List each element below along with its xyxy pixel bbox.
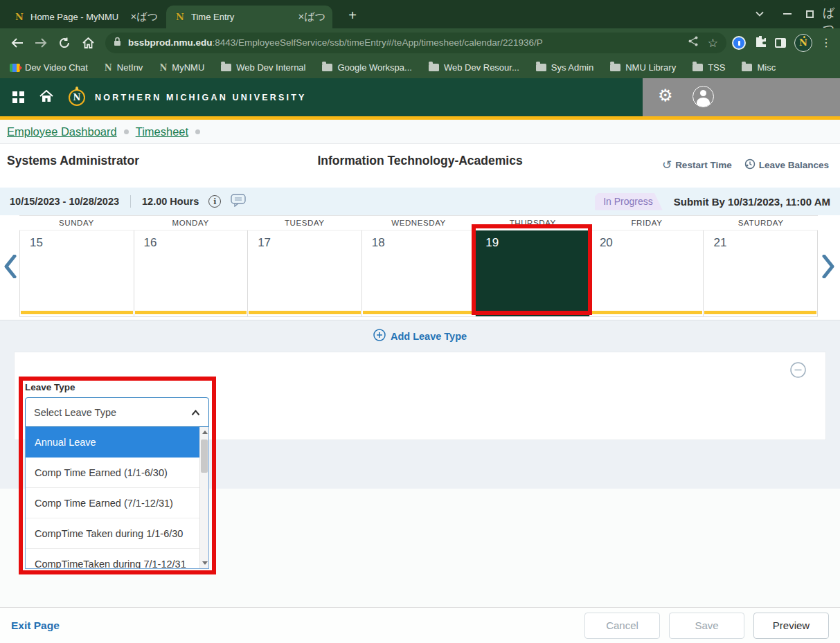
url-host: bssbprod.nmu.edu [128, 37, 213, 48]
browser-tab-bar: N Home Page - MyNMU ×ばつ N Time Entry ×ばつ… [0, 0, 840, 28]
restart-time-button[interactable]: ↺ Restart Time [662, 158, 732, 172]
extensions-puzzle-icon[interactable] [754, 35, 767, 51]
reload-icon[interactable] [53, 33, 76, 53]
nmu-favicon-icon: N [175, 12, 186, 23]
day-cell-21[interactable]: 21 [703, 230, 818, 316]
scrollbar-up-arrow[interactable] [200, 427, 209, 437]
settings-gear-icon[interactable]: ⚙ [658, 86, 673, 105]
window-maximize-button[interactable] [802, 7, 817, 21]
home-icon[interactable] [76, 33, 100, 53]
option-annual-leave[interactable]: Annual Leave [26, 427, 201, 458]
window-close-button[interactable]: ×ばつ [823, 7, 838, 21]
calendar-week-row: 15 16 17 18 19 20 21 [19, 230, 818, 317]
breadcrumb-separator-dot [195, 129, 200, 134]
day-cell-16[interactable]: 16 [134, 230, 248, 316]
share-icon[interactable] [688, 36, 698, 49]
meet-icon [10, 64, 20, 72]
previous-week-chevron-icon[interactable] [3, 255, 19, 280]
user-profile-icon[interactable] [692, 86, 714, 107]
folder-icon [221, 64, 231, 71]
bookmark-folder-google-workspace[interactable]: Google Workspa... [322, 62, 411, 73]
breadcrumb-timesheet[interactable]: Timesheet [136, 125, 188, 138]
bookmark-folder-sys-admin[interactable]: Sys Admin [536, 62, 593, 73]
bookmark-folder-tss[interactable]: TSS [692, 62, 725, 73]
side-panel-icon[interactable] [775, 38, 786, 48]
bookmark-mynmu[interactable]: NMyNMU [159, 62, 204, 73]
nmu-torch-logo: N [69, 89, 85, 106]
folder-icon [429, 64, 439, 71]
tab-search-chevron-icon[interactable] [751, 7, 768, 21]
total-hours: 12.00 Hours [142, 196, 199, 207]
bookmark-folder-web-dev-internal[interactable]: Web Dev Internal [221, 62, 305, 73]
remove-row-button[interactable] [790, 362, 806, 381]
tab-home-page[interactable]: N Home Page - MyNMU ×ばつ [6, 6, 165, 28]
browser-profile-avatar[interactable]: N [794, 34, 812, 52]
folder-icon [322, 64, 332, 71]
select-placeholder: Select Leave Type [34, 407, 116, 418]
bookmarks-bar: Dev Video Chat NNetInv NMyNMU Web Dev In… [0, 57, 840, 78]
new-tab-button[interactable]: + [343, 7, 361, 25]
cancel-button[interactable]: Cancel [584, 613, 660, 639]
next-week-chevron-icon[interactable] [821, 255, 837, 280]
bookmark-folder-web-dev-resources[interactable]: Web Dev Resour... [429, 62, 519, 73]
scrollbar-down-arrow[interactable] [200, 558, 209, 568]
onepassword-extension-icon[interactable] [732, 36, 746, 50]
browser-menu-icon[interactable]: ⋮ [821, 36, 832, 49]
browser-toolbar: bssbprod.nmu.edu:8443/EmployeeSelfServic… [0, 28, 840, 57]
tab-close-icon[interactable]: ×ばつ [131, 10, 158, 24]
option-comp-time-earned-2[interactable]: Comp Time Earned (7/1-12/31) [26, 488, 201, 518]
divider [130, 195, 131, 208]
lock-icon [114, 37, 121, 49]
comment-bubble-icon[interactable] [231, 194, 246, 210]
weekday-label: THURSDAY [476, 216, 590, 230]
option-comp-time-earned-1[interactable]: Comp Time Earned (1/1-6/30) [26, 458, 201, 488]
exit-page-link[interactable]: Exit Page [11, 619, 60, 632]
nmu-favicon-icon: N [14, 12, 25, 23]
breadcrumb: Employee Dashboard Timesheet [0, 120, 840, 144]
url-bar[interactable]: bssbprod.nmu.edu:8443/EmployeeSelfServic… [105, 33, 726, 53]
forward-icon[interactable] [29, 33, 53, 53]
browser-window: N Home Page - MyNMU ×ばつ N Time Entry ×ばつ… [0, 0, 840, 643]
scrollbar-thumb[interactable] [201, 440, 208, 473]
bookmark-folder-nmu-library[interactable]: NMU Library [610, 62, 676, 73]
bookmark-star-icon[interactable]: ☆ [708, 36, 718, 50]
university-name: NORTHERN MICHIGAN UNIVERSITY [95, 93, 307, 102]
weekday-label: TUESDAY [247, 216, 361, 230]
day-cell-19-selected[interactable]: 19 [475, 230, 589, 316]
window-minimize-button[interactable] [780, 7, 795, 21]
bookmark-dev-video-chat[interactable]: Dev Video Chat [10, 62, 88, 73]
save-button[interactable]: Save [669, 613, 744, 639]
back-icon[interactable] [6, 33, 29, 53]
bookmark-folder-misc[interactable]: Misc [742, 62, 776, 73]
tab-time-entry[interactable]: N Time Entry ×ばつ [166, 6, 332, 28]
breadcrumb-employee-dashboard[interactable]: Employee Dashboard [7, 125, 117, 138]
option-comp-time-taken-2[interactable]: CompTimeTaken during 7/1-12/31 [26, 549, 201, 569]
bookmark-netinv[interactable]: NNetInv [105, 62, 143, 73]
day-cell-20[interactable]: 20 [589, 230, 704, 316]
leave-type-select[interactable]: Select Leave Type [25, 397, 209, 427]
preview-button[interactable]: Preview [753, 613, 829, 639]
tab-title: Home Page - MyNMU [30, 12, 127, 22]
tab-title: Time Entry [191, 12, 294, 22]
footer-action-bar: Exit Page Cancel Save Preview [0, 607, 840, 643]
leave-type-label: Leave Type [25, 382, 75, 392]
app-header: ⚙ N NORTHERN MICHIGAN UNIVERSITY [0, 78, 840, 116]
folder-icon [742, 64, 752, 71]
tab-close-icon[interactable]: ×ばつ [298, 10, 325, 24]
day-cell-17[interactable]: 17 [247, 230, 361, 316]
option-comp-time-taken-1[interactable]: CompTime Taken during 1/1-6/30 [26, 518, 201, 549]
weekday-header-row: SUNDAY MONDAY TUESDAY WEDNESDAY THURSDAY… [19, 215, 818, 230]
weekday-label: WEDNESDAY [361, 216, 476, 230]
app-home-icon[interactable] [39, 90, 53, 105]
status-badge: In Progress [595, 193, 663, 210]
add-leave-type-button[interactable]: Add Leave Type [0, 320, 840, 352]
folder-icon [536, 64, 546, 71]
app-menu-grid-icon[interactable] [12, 91, 24, 103]
dropdown-scrollbar[interactable] [199, 427, 208, 568]
nmu-favicon-icon: N [105, 63, 112, 73]
info-icon[interactable]: i [208, 195, 221, 208]
day-cell-18[interactable]: 18 [361, 230, 476, 316]
day-cell-15[interactable]: 15 [19, 230, 134, 316]
folder-icon [692, 64, 703, 71]
leave-balances-button[interactable]: Leave Balances [744, 159, 829, 172]
